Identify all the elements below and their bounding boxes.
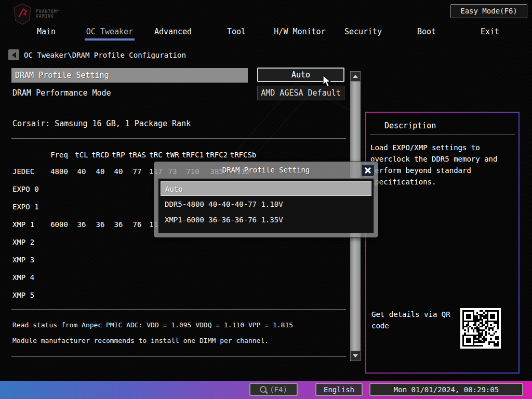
footer-bar: (F4) English Mon 01/01/2024, 00:29:05	[0, 381, 532, 399]
search-button[interactable]: (F4)	[249, 383, 298, 396]
mouse-cursor	[322, 75, 334, 88]
description-panel: Description Load EXPO/XMP settings to ov…	[365, 112, 520, 374]
qr-grid	[462, 310, 499, 347]
dram-profile-setting-dialog: DRAM Profile Setting Auto DDR5-4800 40-4…	[154, 162, 378, 237]
back-button[interactable]	[8, 49, 19, 60]
tab-exit[interactable]: Exit	[458, 27, 522, 39]
pg-shield-icon	[12, 3, 32, 25]
col-trp: tRP	[110, 151, 127, 159]
scroll-down-icon	[353, 354, 358, 357]
pmic-status-line: Read status from Anpec PMIC ADC: VDD = 1…	[12, 321, 293, 329]
option-auto[interactable]: Auto	[161, 181, 371, 196]
tab-advanced[interactable]: Advanced	[141, 27, 205, 39]
easy-mode-button[interactable]: Easy Mode(F6)	[450, 4, 527, 18]
module-info: Corsair: Samsung 16 GB, 1 Package Rank	[12, 119, 191, 128]
scroll-down-button[interactable]	[350, 351, 361, 361]
col-trcd: tRCD	[90, 151, 110, 159]
back-arrow-icon	[12, 52, 16, 58]
tab-boot[interactable]: Boot	[395, 27, 458, 39]
description-body: Load EXPO/XMP settings to overclock the …	[370, 142, 504, 188]
close-icon	[365, 167, 371, 174]
dialog-title: DRAM Profile Setting	[154, 162, 378, 178]
tab-oc-tweaker-label: OC Tweaker	[86, 27, 133, 36]
col-trc: tRC	[148, 151, 164, 159]
bios-screen: PHANTOM™ GAMING Easy Mode(F6) Main OC Tw…	[0, 0, 532, 399]
tab-security[interactable]: Security	[331, 27, 395, 39]
tab-main[interactable]: Main	[15, 27, 78, 39]
dimm-recommendation-line: Module manufacturer recommends to instal…	[12, 337, 269, 344]
brand-line1: PHANTOM™	[36, 9, 60, 14]
brand-line2: GAMING	[36, 14, 60, 19]
qr-code	[460, 308, 501, 349]
tab-tool[interactable]: Tool	[205, 27, 268, 39]
menu-tabs: Main OC Tweaker Advanced Tool H/W Monito…	[15, 27, 522, 39]
table-row-xmp3: XMP 3	[12, 256, 345, 273]
option-ddr5-4800[interactable]: DDR5-4800 40-40-40-77 1.10V	[161, 197, 371, 212]
active-tab-underline	[85, 38, 135, 41]
dram-performance-mode-label: DRAM Performance Mode	[12, 88, 111, 98]
description-divider	[370, 134, 515, 135]
col-twr: tWR	[164, 151, 181, 159]
qr-label: Get details via QR code	[371, 309, 460, 331]
col-tras: tRAS	[127, 151, 148, 159]
search-hotkey: (F4)	[270, 385, 287, 394]
col-tcl: tCL	[73, 151, 90, 159]
dialog-close-button[interactable]	[361, 164, 375, 177]
tab-hw-monitor[interactable]: H/W Monitor	[268, 27, 331, 39]
scroll-up-icon	[353, 75, 358, 78]
col-trfc1: tRFC1	[181, 151, 205, 159]
col-freq: Freq	[46, 151, 73, 159]
divider-bottom	[11, 356, 346, 357]
scroll-up-button[interactable]	[350, 71, 361, 82]
language-button[interactable]: English	[315, 383, 363, 396]
datetime-display[interactable]: Mon 01/01/2024, 00:29:05	[369, 383, 523, 396]
dialog-option-list: Auto DDR5-4800 40-40-40-77 1.10V XMP1-60…	[158, 178, 374, 233]
option-xmp1-6000[interactable]: XMP1-6000 36-36-36-76 1.35V	[161, 212, 371, 228]
search-icon	[260, 386, 267, 393]
table-row-xmp2: XMP 2	[12, 238, 345, 256]
tab-oc-tweaker[interactable]: OC Tweaker	[78, 27, 141, 39]
phantom-gaming-logo: PHANTOM™ GAMING	[12, 3, 60, 25]
table-row-xmp4: XMP 4	[12, 273, 345, 291]
description-title: Description	[384, 121, 436, 130]
table-row-xmp5: XMP 5	[12, 291, 345, 309]
divider-middle	[11, 309, 346, 310]
breadcrumb: OC Tweaker\DRAM Profile Configuration	[24, 51, 186, 59]
